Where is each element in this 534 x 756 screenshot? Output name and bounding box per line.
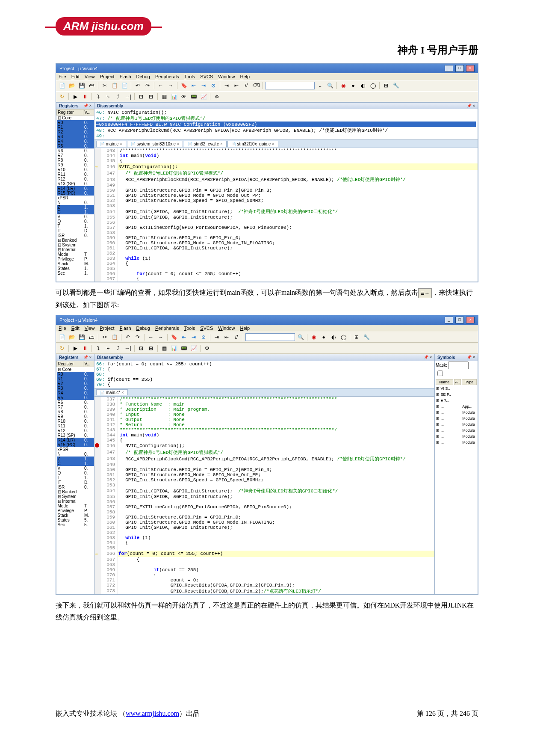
menu-view[interactable]: View [85,74,95,79]
code-line[interactable]: * Input : None [118,412,435,417]
reg-name[interactable]: V [57,214,83,219]
gutter[interactable] [94,583,101,588]
reg-name[interactable]: ⊟ System [57,494,83,499]
reg-name[interactable]: ISR [57,485,83,489]
code-line[interactable]: count = 0; [118,578,435,583]
code-line[interactable]: GPIO_EXTILineConfig(GPIO_PortSourceGPIOA… [118,504,435,510]
reg-name[interactable]: C [57,210,83,214]
reg-name[interactable]: R7 [57,153,83,158]
tab-stm32_eval.c[interactable]: 📄 stm32_eval.c × [184,141,226,147]
gutter[interactable] [94,208,101,215]
gutter[interactable] [94,407,101,412]
outdent-icon[interactable]: ⇤ [222,333,231,341]
code-line[interactable] [118,462,435,467]
reg-name[interactable]: N [57,452,83,457]
menu-tools[interactable]: Tools [184,326,195,331]
sym-item[interactable]: ⊞ ... [436,434,453,439]
gutter[interactable] [94,251,101,256]
fwd-icon[interactable]: → [156,333,165,341]
reg-name[interactable]: R7 [57,405,83,409]
code-line[interactable]: GPIO_Init(GPIOB, &GPIO_InitStructure); [118,215,478,220]
gutter[interactable] [94,220,101,225]
editor-tabs[interactable]: 📄 main.c* × [94,388,434,397]
gutter[interactable] [94,540,101,546]
gutter[interactable] [94,462,101,467]
uncomment-icon[interactable]: ⌫ [252,81,260,90]
code-line[interactable]: while (1) [118,535,435,540]
reg-name[interactable]: R0 [57,120,83,125]
reg-name[interactable]: ⊟ Banked [57,238,83,243]
reg-name[interactable]: States [57,518,83,522]
copy-icon[interactable]: 📋 [110,333,119,341]
reg-name[interactable]: ⊟ Core [57,367,83,372]
code-line[interactable]: { [118,572,435,578]
reset-icon[interactable]: ↻ [58,344,66,353]
sym-item[interactable]: ⊞ VI S.. [436,386,453,391]
code-line[interactable] [118,266,478,271]
find-icon[interactable]: ⌄ [316,81,325,90]
gutter[interactable] [94,449,101,456]
gutter[interactable] [94,456,101,462]
reg-name[interactable]: R10 [57,167,83,172]
mem-icon[interactable]: 📊 [170,92,178,101]
reg-name[interactable]: ⊟ System [57,243,83,247]
open-icon[interactable]: 📂 [68,333,76,341]
gutter[interactable] [94,183,101,188]
sym-item[interactable]: ⊞ SE P.. [436,392,453,397]
bp-disable-icon[interactable]: ◯ [369,81,377,90]
reg-name[interactable]: Stack [57,261,83,266]
copy-icon[interactable]: 📋 [110,81,119,90]
cut-icon[interactable]: ✂ [100,81,109,90]
toolbar-2[interactable]: ↻▶⏸⤵⤷⤴→|⊡⊟▦📊📟📈⚙ [56,343,478,354]
halt-icon[interactable]: ⏸ [81,344,89,353]
analyzer-icon[interactable]: 📈 [199,92,208,101]
code-line[interactable]: RCC_APB2PeriphClockCmd(RCC_APB2Periph_GP… [118,456,435,462]
reset-icon[interactable]: ↻ [58,92,66,101]
reg-name[interactable]: States [57,266,83,271]
menu-svcs[interactable]: SVCS [200,326,213,331]
gutter[interactable] [94,148,101,153]
config-icon[interactable]: 🔧 [392,81,400,90]
reg-name[interactable]: R14 (LR) [57,438,83,442]
gutter[interactable] [94,572,101,578]
titlebar[interactable]: Project - µ Vision4 _ □ × [56,315,478,325]
gutter[interactable] [94,510,101,515]
sym-item[interactable]: ⊞ ... [436,428,453,433]
runto-icon[interactable]: →| [124,92,132,101]
reg-name[interactable]: T [57,475,83,480]
gutter[interactable] [94,422,101,427]
panel-pin-icon[interactable]: 📌 × [83,355,91,360]
gutter[interactable] [94,188,101,193]
sym-item[interactable]: ⊞ ... [436,422,453,427]
sym-item[interactable]: ⊞ ... [436,410,453,415]
gutter[interactable] [94,546,101,551]
paste-icon[interactable]: 📄 [120,81,129,90]
code-line[interactable] [118,499,435,504]
gutter[interactable] [94,578,101,583]
gutter[interactable] [94,397,101,402]
menu-file[interactable]: File [59,74,66,79]
reg-name[interactable]: ⊟ Internal [57,247,83,252]
indent-icon[interactable]: ⇥ [222,81,231,90]
find-combo[interactable] [245,333,295,341]
gutter[interactable]: ⇨ [94,163,101,170]
new-icon[interactable]: 📄 [58,81,66,90]
bookmark-next-icon[interactable]: ⇥ [199,81,208,90]
code-line[interactable]: /* 配置神舟I号LED灯使用的GPIO管脚模式*/ [118,449,435,456]
gutter[interactable] [94,158,101,163]
reg-name[interactable]: R5 [57,144,83,148]
halt-icon[interactable]: ⏸ [81,92,89,101]
gutter[interactable] [94,494,101,499]
step-icon[interactable]: ⤵ [94,344,103,353]
tool-icon[interactable]: ⚙ [212,92,221,101]
panel-pin-icon[interactable]: 📌 × [83,104,91,108]
toolbar-1[interactable]: 📄📂💾🗃✂📋↶↷←→🔖⇤⇥⊘⇥⇤//🔍◉●◐◯⊞🔧 [56,332,478,343]
stop-icon[interactable]: ● [349,81,357,90]
code-line[interactable]: GPIO_Init(GPIOA, &GPIO_InitStructure); [118,525,435,530]
gutter[interactable] [94,467,101,472]
gutter[interactable] [94,256,101,261]
gutter[interactable] [94,504,101,510]
tab-main.c*[interactable]: 📄 main.c* × [96,389,128,395]
gutter[interactable] [94,472,101,477]
gutter[interactable] [94,567,101,572]
